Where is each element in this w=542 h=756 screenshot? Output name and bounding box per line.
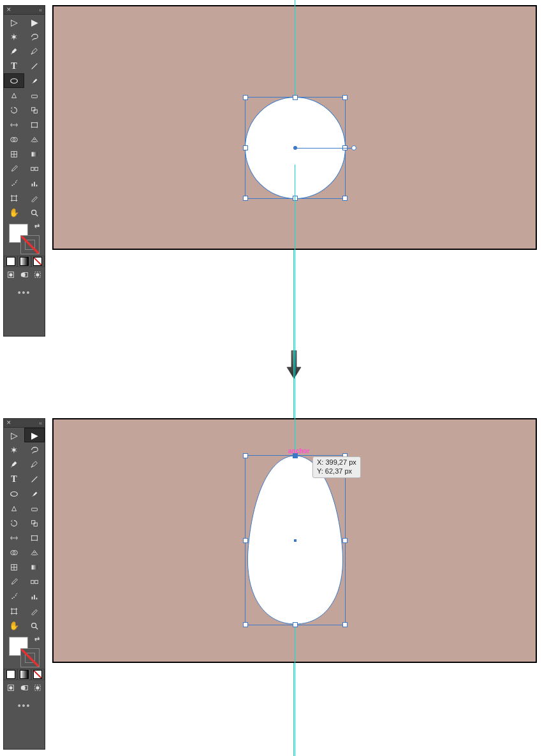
blend-tool[interactable] (24, 574, 45, 589)
width-tool[interactable] (4, 530, 24, 545)
type-tool[interactable]: T (4, 472, 24, 486)
lasso-tool[interactable] (24, 442, 45, 457)
pen-tool[interactable] (4, 44, 24, 59)
panel-header[interactable]: ✕ « (4, 419, 45, 428)
free-transform-tool[interactable] (24, 117, 45, 132)
eyedropper-tool[interactable] (4, 161, 24, 176)
draw-behind[interactable] (17, 268, 31, 281)
handle-bottom-right[interactable] (342, 196, 348, 201)
perspective-grid-tool[interactable] (24, 132, 45, 147)
symbol-sprayer-tool[interactable] (4, 176, 24, 191)
pen-tool[interactable] (4, 457, 24, 472)
eraser-tool[interactable] (24, 501, 45, 516)
draw-inside[interactable] (31, 268, 45, 281)
line-segment-tool[interactable] (24, 472, 45, 486)
perspective-grid-tool[interactable] (24, 545, 45, 560)
shaper-tool[interactable] (4, 88, 24, 103)
zoom-tool[interactable] (24, 205, 45, 220)
color-none[interactable] (31, 256, 45, 267)
magic-wand-tool[interactable]: ✶ (4, 442, 24, 457)
color-solid[interactable] (4, 669, 17, 680)
gradient-tool[interactable] (24, 560, 45, 574)
close-icon[interactable]: ✕ (6, 420, 11, 426)
hand-tool[interactable]: ✋ (4, 205, 24, 220)
fill-stroke-control[interactable]: ⇄ (4, 633, 45, 669)
ellipse-tool[interactable] (4, 486, 24, 501)
color-solid[interactable] (4, 256, 17, 267)
more-tools-icon[interactable]: ••• (4, 698, 45, 713)
line-segment-tool[interactable] (24, 59, 45, 73)
shape-builder-tool[interactable] (4, 132, 24, 147)
handle-top-middle[interactable] (293, 95, 298, 100)
close-icon[interactable]: ✕ (6, 7, 11, 13)
symbol-sprayer-tool[interactable] (4, 589, 24, 604)
artboard-bottom[interactable]: anchor X: 399,27 px Y: 62,37 px (52, 418, 537, 663)
center-point[interactable] (294, 539, 297, 542)
stroke-swatch[interactable] (20, 235, 40, 254)
eyedropper-tool[interactable] (4, 574, 24, 589)
bounding-box[interactable] (245, 455, 346, 625)
pie-handle[interactable] (351, 145, 356, 150)
handle-top-left[interactable] (243, 95, 248, 100)
shaper-tool[interactable] (4, 501, 24, 516)
slice-tool[interactable] (24, 191, 45, 205)
paintbrush-tool[interactable] (24, 486, 45, 501)
selection-tool[interactable]: ▷ (4, 15, 24, 29)
curvature-tool[interactable] (24, 44, 45, 59)
swap-fill-stroke-icon[interactable]: ⇄ (34, 636, 40, 643)
bounding-box[interactable] (245, 97, 346, 199)
eraser-tool[interactable] (24, 88, 45, 103)
draw-inside[interactable] (31, 681, 45, 694)
handle-middle-right[interactable] (342, 538, 348, 543)
ellipse-tool[interactable] (4, 73, 24, 88)
curvature-tool[interactable] (24, 457, 45, 472)
magic-wand-tool[interactable]: ✶ (4, 29, 24, 44)
fill-stroke-control[interactable]: ⇄ (4, 220, 45, 256)
more-tools-icon[interactable]: ••• (4, 285, 45, 300)
width-tool[interactable] (4, 117, 24, 132)
color-gradient[interactable] (17, 256, 31, 267)
hand-tool[interactable]: ✋ (4, 618, 24, 633)
zoom-tool[interactable] (24, 618, 45, 633)
color-gradient[interactable] (17, 669, 31, 680)
panel-header[interactable]: ✕ « (4, 6, 45, 15)
stroke-swatch[interactable] (20, 648, 40, 667)
handle-bottom-middle[interactable] (293, 196, 298, 201)
collapse-icon[interactable]: « (39, 420, 42, 426)
scale-tool[interactable] (24, 103, 45, 117)
rotate-tool[interactable] (4, 516, 24, 530)
draw-behind[interactable] (17, 681, 31, 694)
handle-bottom-left[interactable] (243, 622, 248, 627)
column-graph-tool[interactable] (24, 176, 45, 191)
artboard-tool[interactable] (4, 191, 24, 205)
scale-tool[interactable] (24, 516, 45, 530)
direct-selection-tool[interactable]: ▶ (24, 428, 45, 442)
rotate-tool[interactable] (4, 103, 24, 117)
lasso-tool[interactable] (24, 29, 45, 44)
blend-tool[interactable] (24, 161, 45, 176)
handle-bottom-middle[interactable] (293, 622, 298, 627)
mesh-tool[interactable] (4, 147, 24, 161)
collapse-icon[interactable]: « (39, 7, 42, 13)
handle-middle-left[interactable] (243, 538, 248, 543)
draw-normal[interactable] (4, 681, 17, 694)
handle-top-right[interactable] (342, 95, 348, 100)
paintbrush-tool[interactable] (24, 73, 45, 88)
draw-normal[interactable] (4, 268, 17, 281)
color-none[interactable] (31, 669, 45, 680)
slice-tool[interactable] (24, 604, 45, 618)
direct-selection-tool[interactable]: ▶ (24, 15, 45, 29)
column-graph-tool[interactable] (24, 589, 45, 604)
swap-fill-stroke-icon[interactable]: ⇄ (34, 222, 40, 229)
gradient-tool[interactable] (24, 147, 45, 161)
artboard-tool[interactable] (4, 604, 24, 618)
handle-middle-left[interactable] (243, 145, 248, 150)
handle-top-left[interactable] (243, 453, 248, 458)
free-transform-tool[interactable] (24, 530, 45, 545)
handle-bottom-right[interactable] (342, 622, 348, 627)
selection-tool[interactable]: ▷ (4, 428, 24, 442)
mesh-tool[interactable] (4, 560, 24, 574)
shape-builder-tool[interactable] (4, 545, 24, 560)
handle-bottom-left[interactable] (243, 196, 248, 201)
type-tool[interactable]: T (4, 59, 24, 73)
